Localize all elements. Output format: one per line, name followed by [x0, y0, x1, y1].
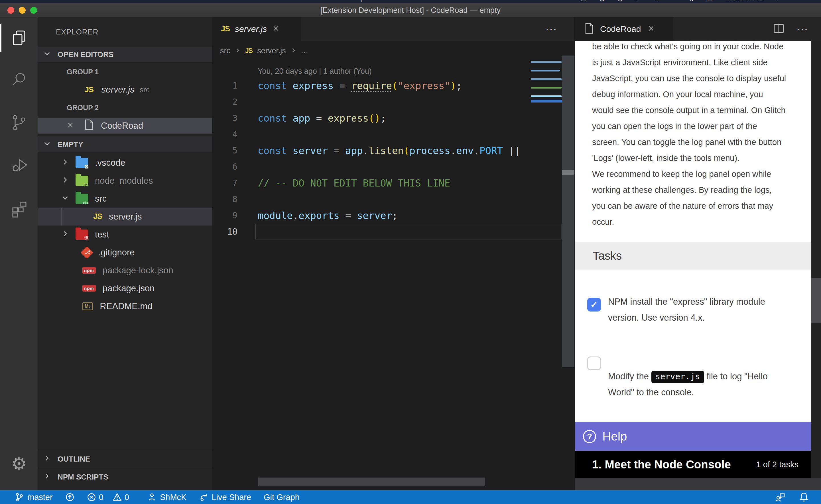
person-icon — [147, 493, 156, 502]
menu-item[interactable]: Help — [349, 0, 365, 2]
editor-actions-more-icon[interactable]: ⋯ — [545, 17, 558, 41]
split-editor-icon[interactable] — [774, 24, 784, 34]
minimap[interactable] — [531, 61, 562, 112]
webview-horizontal-scrollbar[interactable] — [575, 478, 821, 490]
publish-changes-item[interactable] — [65, 493, 74, 502]
open-editors-header[interactable]: OPEN EDITORS — [38, 47, 213, 62]
tree-item-readme-md[interactable]: M↓README.md — [38, 297, 213, 315]
feedback-icon[interactable] — [775, 492, 785, 502]
task1-checkbox-checked[interactable]: ✓ — [587, 298, 601, 312]
menu-item[interactable]: Code — [32, 0, 50, 2]
menu-status-icon[interactable]: ▤ — [706, 0, 713, 2]
menu-item[interactable]: Selection — [124, 0, 156, 2]
menu-status-icon[interactable]: ◎ — [599, 0, 605, 2]
test-folder-icon: ⚗ — [75, 230, 88, 240]
menu-status-icon[interactable]: ▢ — [580, 0, 587, 2]
settings-gear-icon[interactable]: ⚙ — [0, 448, 38, 480]
liveshare-account-item[interactable]: ShMcK — [147, 493, 186, 502]
code-line-7[interactable]: 7// -- DO NOT EDIT BELOW THIS LINE — [213, 175, 574, 191]
minimap-line — [531, 95, 561, 97]
macos-menu-bar: CodeFileEditSelectionViewGoRunTerminalWi… — [0, 0, 821, 3]
tree-item-label: package.json — [103, 283, 155, 294]
menu-item[interactable]: Run — [230, 0, 245, 2]
bell-icon[interactable] — [799, 492, 809, 502]
webview-scrollbar-thumb[interactable] — [811, 278, 821, 323]
tree-item-server-js[interactable]: JSserver.js — [38, 208, 213, 226]
minimap-line — [531, 70, 559, 71]
code-line-8[interactable]: 8 — [213, 191, 574, 207]
node-modules-folder-icon: JS — [75, 176, 88, 186]
live-share-icon — [199, 493, 208, 502]
editor-scrollbar-thumb[interactable] — [562, 170, 574, 175]
panel-more-icon[interactable]: ⋯ — [797, 22, 809, 36]
tree-item-package-lock-json[interactable]: npmpackage-lock.json — [38, 261, 213, 279]
tree-item-package-json[interactable]: npmpackage.json — [38, 279, 213, 297]
explorer-icon[interactable] — [0, 22, 38, 54]
menu-item[interactable]: Window — [305, 0, 333, 2]
code-line-9[interactable]: 9module.exports = server; — [213, 207, 574, 224]
outline-section[interactable]: OUTLINE — [38, 450, 213, 468]
tree-item--gitignore[interactable]: ⎇.gitignore — [38, 243, 213, 261]
menu-status-icon[interactable]: ▲ — [654, 0, 661, 2]
menu-status-icon[interactable]: ➤ — [636, 0, 642, 2]
menu-status-icon[interactable]: ⟨⟩ — [689, 0, 695, 2]
git-blame-annotation: You, 20 days ago | 1 author (You) — [258, 63, 372, 79]
source-control-icon[interactable] — [0, 107, 38, 138]
src-folder-icon: </> — [75, 194, 88, 204]
menu-item[interactable]: Go — [204, 0, 215, 2]
menu-item[interactable]: Terminal — [260, 0, 289, 2]
minimap-line — [531, 78, 561, 80]
code-line-5[interactable]: 5const server = app.listen(process.env.P… — [213, 142, 574, 159]
tasks-header-band: Tasks — [575, 242, 812, 270]
tree-item-node-modules[interactable]: JSnode_modules — [38, 172, 213, 190]
code-line-6[interactable]: 6 — [213, 159, 574, 175]
problems-item[interactable]: 0 0 — [87, 493, 135, 502]
live-share-item[interactable]: Live Share — [199, 493, 251, 502]
git-branch-item[interactable]: master — [15, 493, 53, 502]
menu-item[interactable]: File — [66, 0, 79, 2]
tab-coderoad[interactable]: CodeRoad — [575, 17, 673, 41]
menu-status-icon[interactable]: ≡ — [808, 0, 812, 2]
tree-item-label: src — [95, 194, 107, 204]
code-editor[interactable]: 1const express = require("express");23co… — [213, 77, 574, 240]
tree-item--vscode[interactable]: ⊠.vscode — [38, 154, 213, 172]
menu-status-icon[interactable]: ◑ — [792, 0, 796, 2]
open-editors-group-1: GROUP 1 — [38, 64, 213, 79]
tab-serverjs[interactable]: JS server.js — [213, 17, 301, 41]
tree-item-label: README.md — [100, 301, 152, 312]
current-line-highlight — [255, 224, 561, 239]
code-line-1[interactable]: 1const express = require("express"); — [213, 77, 574, 94]
minimap-line — [531, 61, 561, 63]
menu-status-icon[interactable]: Sat 9:45 PM — [725, 0, 764, 2]
menu-status-icon[interactable]: ◎ — [617, 0, 624, 2]
editor-horizontal-scrollbar[interactable] — [258, 478, 485, 486]
breadcrumb[interactable]: src JS server.js … — [220, 41, 309, 61]
code-line-4[interactable]: 4 — [213, 126, 574, 142]
lesson-footer[interactable]: 1. Meet the Node Console 1 of 2 tasks — [575, 451, 812, 478]
menu-status-icon[interactable]: ⌕ — [776, 0, 780, 2]
editor-scrollbar-track[interactable] — [562, 56, 574, 367]
npm-scripts-section[interactable]: NPM SCRIPTS — [38, 468, 213, 486]
code-line-2[interactable]: 2 — [213, 94, 574, 110]
chevron-right-icon — [43, 472, 51, 482]
open-editor-serverjs[interactable]: JS server.js src — [38, 82, 213, 97]
folder-section-header[interactable]: EMPTY — [38, 136, 213, 152]
code-line-3[interactable]: 3const app = express(); — [213, 110, 574, 126]
tree-item-src[interactable]: </>src — [38, 190, 213, 208]
menu-status-icon[interactable]: ⌁ — [673, 0, 677, 2]
code-line-10[interactable]: 10 — [213, 224, 574, 240]
menu-item[interactable]: View — [171, 0, 188, 2]
task2-checkbox-unchecked[interactable] — [587, 357, 601, 370]
run-debug-icon[interactable] — [0, 150, 38, 181]
open-editor-coderoad[interactable]: CodeRoad — [38, 118, 213, 134]
tree-item-test[interactable]: ⚗test — [38, 226, 213, 243]
search-icon[interactable] — [0, 64, 38, 95]
webview-scrollbar-track[interactable] — [811, 41, 821, 478]
git-graph-item[interactable]: Git Graph — [264, 493, 300, 502]
close-icon[interactable] — [272, 24, 280, 34]
help-bar[interactable]: ? Help — [575, 422, 812, 451]
close-icon[interactable] — [647, 24, 655, 34]
close-icon[interactable] — [67, 121, 74, 131]
menu-item[interactable]: Edit — [95, 0, 108, 2]
extensions-icon[interactable] — [0, 193, 38, 225]
